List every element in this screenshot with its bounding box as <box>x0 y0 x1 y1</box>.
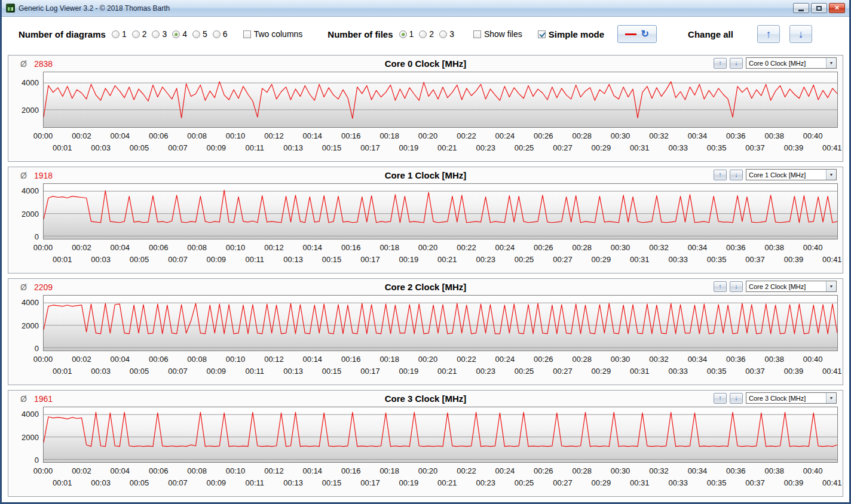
radio-option-4[interactable]: 4 <box>172 29 187 39</box>
x-tick-label: 00:06 <box>149 131 169 140</box>
x-tick-label: 00:26 <box>534 466 553 475</box>
x-tick-label: 00:04 <box>111 355 130 364</box>
x-tick-label: 00:38 <box>764 466 784 475</box>
x-tick-label: 00:19 <box>399 478 419 487</box>
radio-option-3[interactable]: 3 <box>439 29 454 39</box>
signal-select-dropdown[interactable]: Core 2 Clock [MHz] ▼ <box>746 281 837 292</box>
radio-option-5[interactable]: 5 <box>192 29 207 39</box>
x-tick-label: 00:27 <box>553 478 573 487</box>
x-tick-label: 00:19 <box>399 143 419 152</box>
x-tick-label: 00:05 <box>130 367 149 376</box>
x-tick-label: 00:05 <box>130 478 149 487</box>
up-arrow-icon: ↑ <box>718 171 722 178</box>
x-axis: 00:0000:0100:0200:0300:0400:0500:0600:07… <box>43 128 838 158</box>
x-tick-label: 00:39 <box>784 143 804 152</box>
down-arrow-icon: ↓ <box>734 395 738 401</box>
two-columns-checkbox[interactable]: Two columns <box>243 29 303 39</box>
chart-panel-core0: Ø 2838 Core 0 Clock [MHz] ↑ ↓ Core 0 Clo… <box>8 55 843 162</box>
move-diagram-up-button[interactable]: ↑ <box>714 170 727 180</box>
plot-area[interactable] <box>43 295 838 351</box>
x-tick-label: 00:10 <box>226 243 246 252</box>
plot-area[interactable] <box>43 183 838 239</box>
move-diagram-down-button[interactable]: ↓ <box>730 170 743 180</box>
signal-select-value: Core 3 Clock [MHz] <box>746 395 826 402</box>
radio-option-1[interactable]: 1 <box>112 29 127 39</box>
panel-controls: ↑ ↓ Core 1 Clock [MHz] ▼ <box>714 169 837 180</box>
move-diagram-up-button[interactable]: ↑ <box>714 281 727 292</box>
x-tick-label: 00:23 <box>476 143 495 152</box>
x-tick-label: 00:11 <box>245 478 264 487</box>
x-tick-label: 00:18 <box>379 355 399 364</box>
radio-option-2[interactable]: 2 <box>132 29 147 39</box>
x-tick-label: 00:39 <box>784 255 804 264</box>
x-tick-label: 00:13 <box>283 255 303 264</box>
radio-option-label: 5 <box>203 29 207 39</box>
x-tick-label: 00:40 <box>803 131 823 140</box>
x-tick-label: 00:35 <box>707 367 727 376</box>
plot-area[interactable] <box>43 407 838 463</box>
dropdown-arrow-icon: ▼ <box>826 170 836 180</box>
x-tick-label: 00:37 <box>745 255 765 264</box>
signal-select-dropdown[interactable]: Core 1 Clock [MHz] ▼ <box>746 169 837 180</box>
panel-controls: ↑ ↓ Core 0 Clock [MHz] ▼ <box>714 57 837 69</box>
radio-option-label: 3 <box>162 29 167 39</box>
x-tick-label: 00:01 <box>53 367 72 376</box>
move-diagram-down-button[interactable]: ↓ <box>730 393 743 404</box>
x-tick-label: 00:18 <box>379 131 399 140</box>
x-tick-label: 00:38 <box>764 243 784 252</box>
x-tick-label: 00:28 <box>572 243 592 252</box>
x-tick-label: 00:15 <box>322 255 342 264</box>
up-arrow-icon: ↑ <box>718 395 722 401</box>
radio-option-6[interactable]: 6 <box>213 29 228 39</box>
signal-select-dropdown[interactable]: Core 0 Clock [MHz] ▼ <box>746 57 837 69</box>
move-diagram-up-button[interactable]: ↑ <box>714 58 727 69</box>
radio-option-2[interactable]: 2 <box>419 29 434 39</box>
x-tick-label: 00:20 <box>418 466 438 475</box>
x-tick-label: 00:08 <box>187 355 207 364</box>
up-arrow-icon: ↑ <box>718 60 722 66</box>
line-style-refresh-button[interactable]: ↻ <box>617 25 657 43</box>
simple-mode-checkbox[interactable]: Simple mode <box>538 29 604 39</box>
change-all-down-button[interactable]: ↓ <box>789 25 812 43</box>
x-tick-label: 00:01 <box>53 143 72 152</box>
close-button[interactable]: × <box>829 3 845 13</box>
move-diagram-down-button[interactable]: ↓ <box>730 281 743 292</box>
x-tick-label: 00:21 <box>437 367 457 376</box>
radio-icon <box>213 30 221 38</box>
up-arrow-icon: ↑ <box>766 29 771 39</box>
plot-row: 400020000 <box>13 295 838 351</box>
move-diagram-up-button[interactable]: ↑ <box>714 393 727 404</box>
x-tick-label: 00:05 <box>130 143 149 152</box>
x-tick-label: 00:40 <box>803 355 823 364</box>
x-tick-label: 00:36 <box>726 466 746 475</box>
x-tick-label: 00:33 <box>668 143 688 152</box>
x-tick-label: 00:41 <box>822 143 842 152</box>
radio-icon <box>172 30 180 38</box>
plot-area[interactable] <box>43 72 838 128</box>
titlebar[interactable]: Generic Log Viewer 3.2 - © 2018 Thomas B… <box>2 0 849 17</box>
x-tick-label: 00:22 <box>457 131 476 140</box>
y-tick-label: 4000 <box>22 186 39 195</box>
x-tick-label: 00:24 <box>495 131 515 140</box>
radio-option-1[interactable]: 1 <box>399 29 414 39</box>
x-tick-label: 00:20 <box>418 243 438 252</box>
radio-option-3[interactable]: 3 <box>152 29 167 39</box>
up-arrow-icon: ↑ <box>718 283 722 290</box>
plot-row: 400020000 <box>13 183 838 239</box>
x-tick-label: 00:36 <box>726 243 746 252</box>
titlebar-left: Generic Log Viewer 3.2 - © 2018 Thomas B… <box>6 4 170 13</box>
x-tick-label: 00:39 <box>784 478 804 487</box>
x-tick-label: 00:22 <box>457 466 476 475</box>
x-tick-label: 00:17 <box>360 143 380 152</box>
x-tick-label: 00:27 <box>553 255 573 264</box>
y-tick-label: 2000 <box>22 432 39 441</box>
show-files-checkbox[interactable]: Show files <box>473 29 522 39</box>
minimize-button[interactable] <box>793 3 809 13</box>
move-diagram-down-button[interactable]: ↓ <box>730 58 743 69</box>
change-all-up-button[interactable]: ↑ <box>757 25 780 43</box>
signal-select-dropdown[interactable]: Core 3 Clock [MHz] ▼ <box>746 392 837 404</box>
y-tick-label: 2000 <box>22 209 39 218</box>
maximize-button[interactable] <box>811 3 827 13</box>
x-tick-label: 00:31 <box>630 367 650 376</box>
x-tick-label: 00:41 <box>822 255 842 264</box>
